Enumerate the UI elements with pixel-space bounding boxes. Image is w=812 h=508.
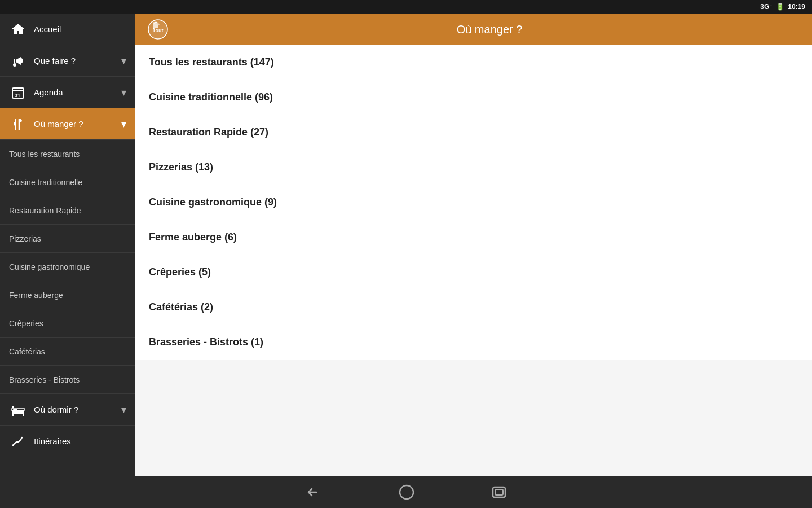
list-item-creperies[interactable]: Crêperies (5)	[135, 255, 812, 290]
list-item-cuisine-gastronomique[interactable]: Cuisine gastronomique (9)	[135, 185, 812, 220]
list-item-label: Pizzerias (13)	[149, 161, 213, 173]
subitem-restauration-rapide[interactable]: Restauration Rapide	[0, 196, 135, 225]
list-item-pizzerias[interactable]: Pizzerias (13)	[135, 150, 812, 185]
subitem-pizzerias[interactable]: Pizzerias	[0, 225, 135, 253]
recents-button[interactable]	[487, 481, 511, 503]
home-button[interactable]	[394, 480, 419, 505]
sidebar-item-accueil[interactable]: Accueil	[0, 14, 135, 45]
sidebar-item-itineraires[interactable]: Itinéraires	[0, 426, 135, 457]
list-item-cafeterias[interactable]: Cafétérias (2)	[135, 290, 812, 325]
subitem-ferme-auberge[interactable]: Ferme auberge	[0, 281, 135, 309]
agenda-chevron: ▾	[121, 86, 126, 99]
list-item-cuisine-traditionnelle[interactable]: Cuisine traditionnelle (96)	[135, 80, 812, 115]
sidebar-item-agenda[interactable]: 31 Agenda ▾	[0, 77, 135, 108]
que-faire-chevron: ▾	[121, 55, 126, 67]
ou-manger-label: Où manger ?	[34, 119, 121, 129]
header-title: Où manger ?	[178, 23, 801, 36]
app-container: Accueil Que faire ? ▾ 31	[0, 14, 812, 476]
svg-rect-19	[495, 489, 503, 495]
list-item-label: Cafétérias (2)	[149, 301, 213, 313]
list-item-label: Restauration Rapide (27)	[149, 126, 268, 138]
ou-manger-chevron: ▾	[121, 118, 126, 130]
signal-indicator: 3G↑	[760, 3, 773, 11]
list-item-tous-restaurants[interactable]: Tous les restaurants (147)	[135, 45, 812, 80]
subitem-pizzerias-label: Pizzerias	[9, 234, 41, 243]
route-icon	[9, 432, 27, 450]
sidebar-item-ou-dormir[interactable]: Où dormir ? ▾	[0, 394, 135, 426]
header-bar: Tout Où manger ?	[135, 14, 812, 45]
agenda-label: Agenda	[34, 87, 121, 97]
battery-icon: 🔋	[776, 3, 784, 11]
content-list: Tous les restaurants (147) Cuisine tradi…	[135, 45, 812, 476]
list-item-label: Crêperies (5)	[149, 266, 211, 278]
accueil-label: Accueil	[34, 24, 126, 34]
subitem-tous-restaurants-label: Tous les restaurants	[9, 150, 80, 159]
fork-knife-icon	[9, 115, 27, 133]
bed-icon	[9, 401, 27, 419]
sidebar-item-que-faire[interactable]: Que faire ? ▾	[0, 45, 135, 77]
list-item-label: Cuisine gastronomique (9)	[149, 196, 277, 208]
list-item-restauration-rapide[interactable]: Restauration Rapide (27)	[135, 115, 812, 150]
status-bar: 3G↑ 🔋 10:19	[0, 0, 812, 14]
home-icon	[9, 20, 27, 38]
subitem-cuisine-trad-label: Cuisine traditionnelle	[9, 178, 82, 187]
megaphone-icon	[9, 52, 27, 70]
svg-text:31: 31	[15, 93, 20, 98]
list-item-label: Tous les restaurants (147)	[149, 56, 274, 68]
subitem-ferme-label: Ferme auberge	[9, 291, 63, 300]
subitem-creperies[interactable]: Crêperies	[0, 309, 135, 338]
que-faire-label: Que faire ?	[34, 56, 121, 65]
list-item-brasseries-bistrots[interactable]: Brasseries - Bistrots (1)	[135, 325, 812, 360]
svg-rect-13	[13, 409, 17, 411]
itineraires-label: Itinéraires	[34, 436, 126, 446]
subitem-gastro-label: Cuisine gastronomique	[9, 262, 90, 271]
subitem-cuisine-traditionnelle[interactable]: Cuisine traditionnelle	[0, 168, 135, 196]
subitem-creperies-label: Crêperies	[9, 319, 43, 328]
main-panel: Tout Où manger ? Tous les restaurants (1…	[135, 14, 812, 476]
sidebar: Accueil Que faire ? ▾ 31	[0, 14, 135, 476]
svg-point-17	[400, 485, 413, 499]
list-item-label: Ferme auberge (6)	[149, 231, 237, 243]
subitem-cafeterias-label: Cafétérias	[9, 347, 45, 356]
back-button[interactable]	[301, 481, 326, 503]
list-item-ferme-auberge[interactable]: Ferme auberge (6)	[135, 220, 812, 255]
app-logo: Tout	[147, 18, 169, 41]
subitem-restauration-label: Restauration Rapide	[9, 206, 81, 215]
ou-dormir-label: Où dormir ?	[34, 405, 121, 414]
time-display: 10:19	[788, 3, 805, 11]
sidebar-item-ou-manger[interactable]: Où manger ? ▾	[0, 108, 135, 140]
bottom-navigation	[0, 476, 812, 508]
list-item-label: Brasseries - Bistrots (1)	[149, 336, 263, 348]
ou-dormir-chevron: ▾	[121, 404, 126, 416]
subitem-brasseries-label: Brasseries - Bistrots	[9, 375, 80, 384]
calendar-icon: 31	[9, 84, 27, 102]
list-item-label: Cuisine traditionnelle (96)	[149, 91, 273, 103]
subitem-tous-restaurants[interactable]: Tous les restaurants	[0, 140, 135, 168]
subitem-cuisine-gastro[interactable]: Cuisine gastronomique	[0, 253, 135, 281]
svg-point-0	[13, 63, 16, 67]
subitem-cafeterias[interactable]: Cafétérias	[0, 338, 135, 366]
subitem-brasseries[interactable]: Brasseries - Bistrots	[0, 366, 135, 394]
